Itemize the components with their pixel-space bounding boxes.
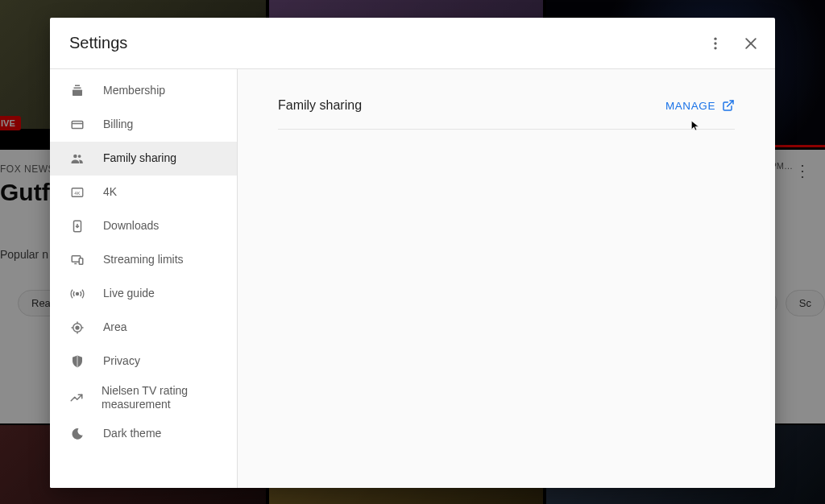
svg-text:4K: 4K (74, 191, 80, 196)
sidebar-item-streaming-limits[interactable]: Streaming limits (50, 243, 237, 277)
sidebar-item-billing[interactable]: Billing (50, 108, 237, 142)
sidebar-item-family-sharing[interactable]: Family sharing (50, 142, 237, 176)
sidebar-item-label: Billing (103, 118, 133, 132)
svg-rect-16 (79, 258, 83, 265)
settings-modal: Settings Membership Billing (50, 18, 775, 488)
sidebar-item-dark-theme[interactable]: Dark theme (50, 417, 237, 451)
more-button[interactable] (699, 27, 732, 60)
svg-point-10 (73, 155, 77, 159)
sidebar-item-label: Privacy (103, 354, 140, 369)
sidebar-item-4k[interactable]: 4K 4K (50, 176, 237, 209)
modal-body: Membership Billing Family sharing 4K 4K (50, 69, 775, 488)
svg-rect-8 (72, 122, 83, 129)
svg-point-0 (714, 37, 716, 39)
sidebar-item-label: Downloads (103, 219, 159, 233)
sidebar-item-label: Live guide (103, 287, 155, 301)
section-title: Family sharing (278, 98, 362, 113)
sidebar-item-downloads[interactable]: Downloads (50, 209, 237, 243)
sidebar-item-area[interactable]: Area (50, 311, 237, 345)
svg-rect-6 (74, 88, 81, 89)
close-button[interactable] (735, 27, 767, 60)
svg-point-2 (714, 47, 716, 49)
credit-card-icon (69, 118, 85, 132)
sidebar-item-label: Family sharing (103, 151, 176, 166)
sidebar-item-membership[interactable]: Membership (50, 74, 237, 108)
4k-icon: 4K (69, 185, 85, 200)
sidebar-item-label: 4K (103, 185, 117, 200)
header-actions (699, 27, 767, 60)
subscriptions-icon (69, 84, 85, 98)
modal-header: Settings (50, 18, 775, 69)
svg-point-20 (76, 326, 79, 329)
svg-point-18 (77, 293, 79, 295)
more-vert-icon (707, 35, 723, 52)
location-icon (69, 320, 85, 335)
download-icon (69, 219, 85, 233)
sidebar-item-label: Dark theme (103, 427, 161, 441)
broadcast-icon (69, 287, 85, 301)
svg-rect-7 (75, 85, 80, 87)
open-in-new-icon (722, 99, 735, 112)
sidebar-item-label: Membership (103, 84, 165, 98)
manage-label: MANAGE (665, 100, 715, 112)
sidebar-item-label: Nielsen TV rating measurement (102, 384, 218, 412)
shield-icon (69, 354, 85, 369)
close-icon (743, 35, 759, 52)
sidebar-item-live-guide[interactable]: Live guide (50, 277, 237, 311)
svg-line-25 (728, 101, 733, 106)
moon-icon (69, 427, 85, 441)
sidebar-item-privacy[interactable]: Privacy (50, 345, 237, 378)
svg-rect-5 (73, 90, 82, 97)
svg-point-1 (714, 42, 716, 44)
sidebar-item-label: Area (103, 320, 127, 335)
sidebar-item-nielsen[interactable]: Nielsen TV rating measurement (50, 378, 237, 417)
trending-icon (69, 390, 84, 405)
manage-link[interactable]: MANAGE (665, 99, 735, 112)
settings-sidebar: Membership Billing Family sharing 4K 4K (50, 69, 238, 488)
devices-icon (69, 253, 85, 267)
svg-point-11 (78, 155, 81, 158)
section-family-sharing: Family sharing MANAGE (278, 98, 735, 130)
people-icon (69, 151, 85, 166)
settings-content: Family sharing MANAGE (238, 69, 775, 488)
sidebar-item-label: Streaming limits (103, 253, 184, 267)
modal-title: Settings (69, 34, 127, 52)
